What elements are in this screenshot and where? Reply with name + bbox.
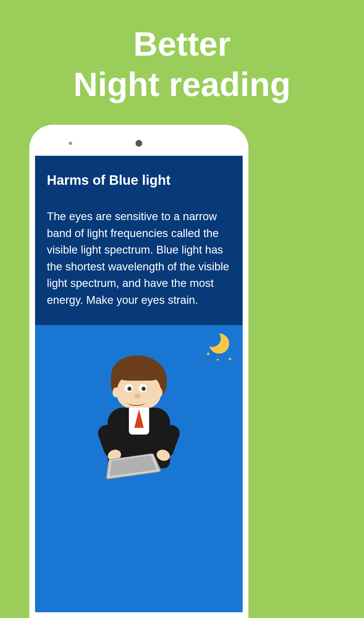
phone-screen: Harms of Blue light The eyes are sensiti… — [35, 156, 243, 612]
phone-bezel — [35, 130, 243, 156]
moon-icon: ✦ ✦ ✦ — [209, 333, 233, 357]
promo-header: Better Night reading — [0, 0, 364, 105]
header-line2: Night reading — [0, 64, 364, 105]
star-icon: ✦ — [216, 357, 220, 362]
header-line1: Better — [0, 24, 364, 64]
article-title: Harms of Blue light — [47, 173, 231, 188]
speaker-icon — [135, 140, 142, 147]
character-illustration — [92, 355, 186, 483]
illustration-panel: ✦ ✦ ✦ — [35, 325, 243, 612]
article-header: Harms of Blue light The eyes are sensiti… — [35, 156, 243, 325]
sensor-icon — [69, 142, 72, 145]
article-body: The eyes are sensitive to a narrow band … — [47, 208, 231, 308]
phone-mockup-frame: Harms of Blue light The eyes are sensiti… — [29, 125, 248, 618]
star-icon: ✦ — [228, 355, 233, 363]
star-icon: ✦ — [206, 350, 211, 358]
